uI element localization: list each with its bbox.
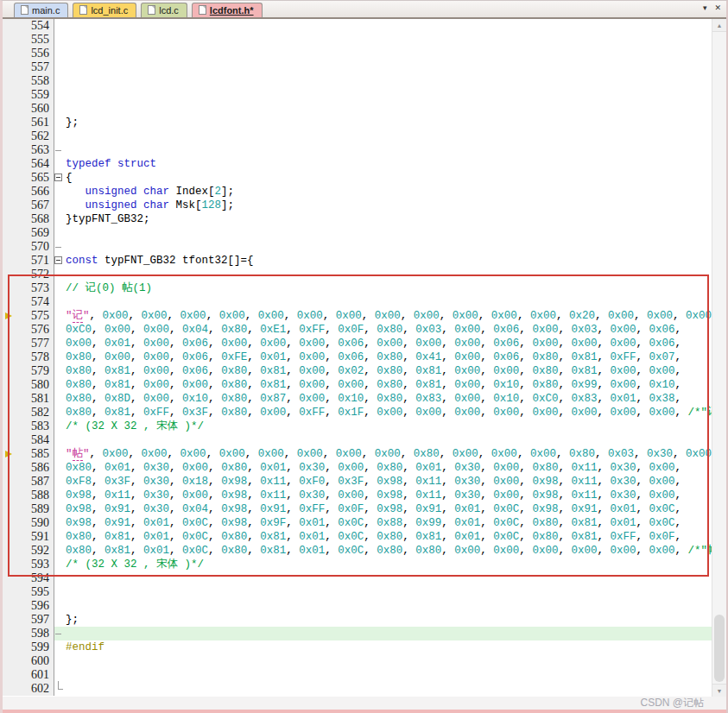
gutter-margin[interactable] bbox=[3, 613, 15, 627]
gutter-margin[interactable] bbox=[3, 19, 15, 33]
gutter-margin[interactable] bbox=[3, 461, 15, 475]
gutter-margin[interactable] bbox=[3, 74, 15, 88]
tab-list-dropdown-icon[interactable]: ▾ bbox=[703, 3, 707, 12]
gutter-margin[interactable] bbox=[3, 627, 15, 640]
code-text[interactable]: 0x80, 0x00, 0x00, 0x06, 0xFE, 0x01, 0x00… bbox=[66, 350, 712, 364]
code-text[interactable]: 0xC0, 0x00, 0x00, 0x04, 0x80, 0xE1, 0xFF… bbox=[66, 323, 712, 337]
gutter-margin[interactable] bbox=[3, 116, 15, 129]
code-text[interactable] bbox=[66, 60, 712, 74]
gutter-margin[interactable] bbox=[3, 33, 15, 47]
gutter-margin[interactable] bbox=[3, 323, 15, 337]
tab-lcdfont.h[interactable]: lcdfont.h* bbox=[192, 3, 263, 17]
gutter-margin[interactable] bbox=[3, 571, 15, 585]
tab-main.c[interactable]: main.c bbox=[14, 3, 68, 17]
code-text[interactable]: 0x80, 0x01, 0x30, 0x00, 0x80, 0x01, 0x30… bbox=[66, 461, 712, 475]
code-text[interactable] bbox=[66, 627, 712, 640]
code-text[interactable]: 0x80, 0x81, 0x01, 0x0C, 0x80, 0x81, 0x01… bbox=[66, 530, 712, 544]
gutter-margin[interactable] bbox=[3, 378, 15, 392]
gutter-margin[interactable] bbox=[3, 157, 15, 171]
gutter-margin[interactable] bbox=[3, 102, 15, 116]
code-text[interactable]: "帖", 0x00, 0x00, 0x00, 0x00, 0x00, 0x00,… bbox=[66, 447, 712, 461]
code-text[interactable] bbox=[66, 654, 712, 668]
gutter-margin[interactable] bbox=[3, 268, 15, 281]
gutter-margin[interactable] bbox=[3, 240, 15, 254]
code-text[interactable] bbox=[66, 268, 712, 281]
code-text[interactable] bbox=[66, 668, 712, 682]
code-text[interactable]: unsigned char Index[2]; bbox=[66, 185, 712, 199]
gutter-margin[interactable] bbox=[3, 364, 15, 378]
gutter-margin[interactable] bbox=[3, 544, 15, 558]
code-text[interactable]: "记", 0x00, 0x00, 0x00, 0x00, 0x00, 0x00,… bbox=[66, 309, 712, 323]
gutter-margin[interactable] bbox=[3, 668, 15, 682]
code-text[interactable]: /* (32 X 32 , 宋体 )*/ bbox=[66, 558, 712, 571]
gutter-margin[interactable] bbox=[3, 199, 15, 212]
gutter-margin[interactable] bbox=[3, 88, 15, 102]
code-text[interactable] bbox=[66, 88, 712, 102]
gutter-margin[interactable] bbox=[3, 143, 15, 157]
close-file-icon[interactable]: ✕ bbox=[714, 3, 721, 12]
gutter-margin[interactable] bbox=[3, 447, 15, 461]
code-text[interactable] bbox=[66, 74, 712, 88]
gutter-margin[interactable] bbox=[3, 47, 15, 60]
code-text[interactable]: #endif bbox=[66, 640, 712, 654]
gutter-margin[interactable] bbox=[3, 599, 15, 613]
code-text[interactable]: }; bbox=[66, 613, 712, 627]
gutter-margin[interactable] bbox=[3, 502, 15, 516]
gutter-margin[interactable] bbox=[3, 489, 15, 502]
code-text[interactable] bbox=[66, 102, 712, 116]
gutter-margin[interactable] bbox=[3, 640, 15, 654]
code-text[interactable]: 0x80, 0x81, 0x00, 0x06, 0x80, 0x81, 0x00… bbox=[66, 364, 712, 378]
gutter-margin[interactable] bbox=[3, 420, 15, 433]
code-text[interactable] bbox=[66, 599, 712, 613]
gutter-margin[interactable] bbox=[3, 129, 15, 143]
scroll-down-icon[interactable]: ▼ bbox=[712, 684, 726, 697]
code-text[interactable] bbox=[66, 19, 712, 33]
gutter-margin[interactable] bbox=[3, 337, 15, 350]
code-text[interactable]: }typFNT_GB32; bbox=[66, 212, 712, 226]
code-text[interactable]: const typFNT_GB32 tfont32[]={ bbox=[66, 254, 712, 268]
code-text[interactable]: }; bbox=[66, 116, 712, 129]
gutter-margin[interactable] bbox=[3, 350, 15, 364]
code-text[interactable] bbox=[66, 240, 712, 254]
gutter-margin[interactable] bbox=[3, 309, 15, 323]
gutter-margin[interactable] bbox=[3, 475, 15, 489]
gutter-margin[interactable] bbox=[3, 585, 15, 599]
gutter-margin[interactable] bbox=[3, 254, 15, 268]
code-text[interactable]: { bbox=[66, 171, 712, 185]
vertical-scrollbar[interactable]: ▲ ▼ bbox=[712, 19, 726, 697]
code-text[interactable]: 0x98, 0x11, 0x30, 0x00, 0x98, 0x11, 0x30… bbox=[66, 489, 712, 502]
code-text[interactable]: // 记(0) 帖(1) bbox=[66, 281, 712, 295]
gutter-margin[interactable] bbox=[3, 60, 15, 74]
scroll-up-icon[interactable]: ▲ bbox=[712, 19, 726, 32]
gutter-margin[interactable] bbox=[3, 185, 15, 199]
code-text[interactable] bbox=[66, 433, 712, 447]
scrollbar-thumb[interactable] bbox=[714, 615, 725, 682]
code-text[interactable]: 0x80, 0x81, 0x01, 0x0C, 0x80, 0x81, 0x01… bbox=[66, 544, 712, 558]
code-text[interactable]: 0x80, 0x8D, 0x00, 0x10, 0x80, 0x87, 0x00… bbox=[66, 392, 712, 406]
fold-collapse-icon[interactable] bbox=[54, 256, 62, 264]
tab-lcd_init.c[interactable]: lcd_init.c bbox=[73, 3, 136, 17]
fold-collapse-icon[interactable] bbox=[54, 174, 62, 181]
code-text[interactable] bbox=[66, 295, 712, 309]
code-text[interactable]: 0xF8, 0x3F, 0x30, 0x18, 0x98, 0x11, 0xF0… bbox=[66, 475, 712, 489]
code-text[interactable]: 0x98, 0x91, 0x30, 0x04, 0x98, 0x91, 0xFF… bbox=[66, 502, 712, 516]
code-text[interactable] bbox=[66, 33, 712, 47]
code-text[interactable] bbox=[66, 143, 712, 157]
code-text[interactable] bbox=[66, 682, 712, 696]
code-text[interactable] bbox=[66, 585, 712, 599]
code-text[interactable]: typedef struct bbox=[66, 157, 712, 171]
gutter-margin[interactable] bbox=[3, 226, 15, 240]
gutter-margin[interactable] bbox=[3, 530, 15, 544]
gutter-margin[interactable] bbox=[3, 433, 15, 447]
gutter-margin[interactable] bbox=[3, 295, 15, 309]
code-text[interactable]: unsigned char Msk[128]; bbox=[66, 199, 712, 212]
code-text[interactable]: /* (32 X 32 , 宋体 )*/ bbox=[66, 420, 712, 433]
code-text[interactable]: 0x98, 0x91, 0x01, 0x0C, 0x98, 0x9F, 0x01… bbox=[66, 516, 712, 530]
code-text[interactable] bbox=[66, 129, 712, 143]
gutter-margin[interactable] bbox=[3, 654, 15, 668]
gutter-margin[interactable] bbox=[3, 212, 15, 226]
code-text[interactable]: 0x80, 0x81, 0xFF, 0x3F, 0x80, 0x00, 0xFF… bbox=[66, 406, 712, 420]
code-text[interactable] bbox=[66, 571, 712, 585]
code-text[interactable]: 0x80, 0x81, 0x00, 0x00, 0x80, 0x81, 0x00… bbox=[66, 378, 712, 392]
code-text[interactable]: 0x00, 0x01, 0x00, 0x06, 0x00, 0x00, 0x00… bbox=[66, 337, 712, 350]
